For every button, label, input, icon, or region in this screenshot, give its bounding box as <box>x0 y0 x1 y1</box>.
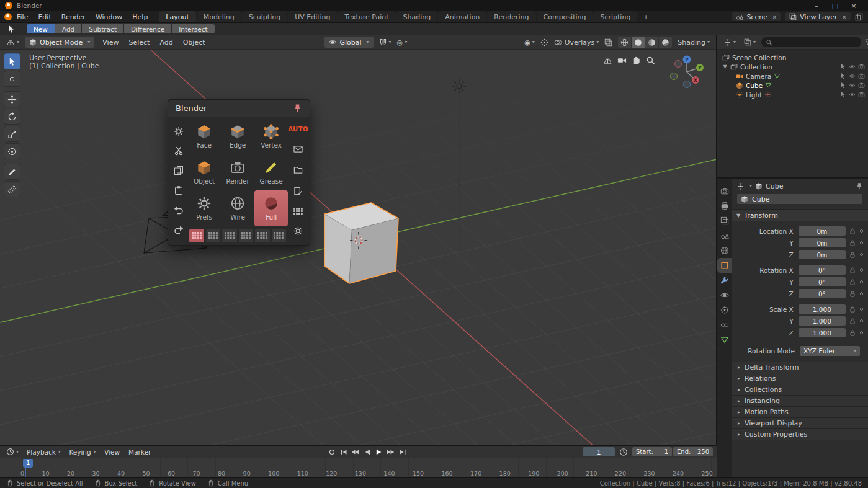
gear-icon[interactable] <box>174 126 184 136</box>
transform-value-field[interactable]: 1.000 <box>799 304 846 314</box>
popup-item-edge[interactable]: Edge <box>221 118 254 154</box>
animate-dot[interactable] <box>860 308 863 311</box>
maximize-button[interactable]: □ <box>826 2 844 10</box>
selectable-icon[interactable] <box>839 82 846 89</box>
selection-mode-button[interactable]: Intersect <box>172 24 214 33</box>
zoom-magnifier-icon[interactable] <box>646 56 655 65</box>
menubar-item[interactable]: Render <box>56 11 91 22</box>
tab-output[interactable] <box>717 198 732 213</box>
lock-icon[interactable] <box>849 239 856 247</box>
overlays-dropdown[interactable]: Overlays▾ <box>552 37 602 48</box>
transform-value-field[interactable]: 0° <box>799 277 846 286</box>
render-camera-icon[interactable] <box>858 91 865 98</box>
popup-item-render[interactable]: Render <box>221 154 254 190</box>
popup-item-full[interactable]: Full <box>254 190 288 226</box>
tab-object-data[interactable] <box>717 332 732 347</box>
camera-view-icon[interactable] <box>617 56 627 65</box>
animate-dot[interactable] <box>860 241 863 244</box>
viewport-canvas[interactable]: User Perspective (1) Collection | Cube Z… <box>0 50 716 445</box>
outliner-row-scene-collection[interactable]: Scene Collection <box>717 53 868 62</box>
tab-world[interactable] <box>717 243 732 258</box>
shading-rendered-button[interactable] <box>659 37 672 48</box>
selectable-icon[interactable] <box>839 73 846 79</box>
animate-dot[interactable] <box>860 319 863 322</box>
frame-end-field[interactable]: End:250 <box>673 447 713 456</box>
animate-dot[interactable] <box>860 292 863 295</box>
outliner-search-input[interactable] <box>775 38 857 46</box>
viewport-menu-item[interactable]: Add <box>154 38 177 47</box>
transform-value-field[interactable]: 0m <box>799 250 846 259</box>
tab-particles[interactable] <box>717 288 732 303</box>
animate-dot[interactable] <box>860 229 863 233</box>
menubar-item[interactable]: Edit <box>33 11 56 22</box>
lock-icon[interactable] <box>849 306 856 313</box>
snapping-toggle[interactable]: ▾ <box>377 37 394 48</box>
popup-item-prefs[interactable]: Prefs <box>187 190 221 226</box>
matrix-button[interactable] <box>222 229 237 242</box>
breadcrumb-object[interactable]: Cube <box>766 182 783 190</box>
record-button[interactable] <box>326 447 338 457</box>
select-box-tool[interactable] <box>4 53 20 69</box>
workspace-tab[interactable]: Texture Paint <box>338 11 396 22</box>
selection-mode-button[interactable]: Add <box>55 24 81 33</box>
popup-item-wire[interactable]: Wire <box>221 190 254 226</box>
expand-caret-icon[interactable]: ▼ <box>722 64 728 69</box>
workspace-tab[interactable]: Animation <box>438 11 486 22</box>
filter-funnel-icon[interactable] <box>864 38 868 47</box>
workspace-tab[interactable]: Sculpting <box>242 11 287 22</box>
lock-icon[interactable] <box>849 317 856 325</box>
pin-icon[interactable] <box>856 182 863 190</box>
panel-header[interactable]: ▸ Custom Properties <box>732 428 868 440</box>
lock-icon[interactable] <box>849 290 856 298</box>
transform-value-field[interactable]: 0m <box>799 226 846 236</box>
editor-type-button[interactable]: ▾ <box>4 448 21 456</box>
popup-item-object[interactable]: Object <box>187 154 221 190</box>
transform-panel-header[interactable]: ▼ Transform <box>732 209 868 221</box>
measure-tool[interactable] <box>4 181 20 197</box>
auto-label[interactable]: AUTO <box>288 126 308 133</box>
paste-icon[interactable] <box>174 185 184 195</box>
rotation-mode-dropdown[interactable]: XYZ Euler ▾ <box>800 346 860 356</box>
popup-header[interactable]: Blender <box>168 100 310 117</box>
popup-item-face[interactable]: Face <box>187 118 221 154</box>
lock-icon[interactable] <box>849 251 856 259</box>
transform-value-field[interactable]: 0m <box>799 238 846 247</box>
playhead[interactable]: 1 <box>23 459 33 477</box>
tab-object[interactable] <box>717 258 732 273</box>
gizmos-toggle[interactable] <box>538 37 551 48</box>
animate-dot[interactable] <box>860 331 863 334</box>
scale-tool[interactable] <box>4 126 20 142</box>
animate-dot[interactable] <box>860 280 863 283</box>
display-mode-button[interactable]: ▾ <box>741 38 758 46</box>
transform-value-field[interactable]: 0° <box>799 289 846 298</box>
search-field[interactable] <box>761 37 861 47</box>
next-keyframe-button[interactable] <box>385 447 396 457</box>
close-button[interactable]: × <box>844 2 863 10</box>
tab-scene[interactable] <box>717 228 732 243</box>
perspective-toggle-icon[interactable] <box>603 56 612 65</box>
popup-item-vertex[interactable]: Vertex <box>254 118 288 154</box>
eye-icon[interactable] <box>849 63 856 70</box>
unlink-scene-icon[interactable]: × <box>772 14 777 20</box>
timeline-menu-item[interactable]: Keying <box>65 448 100 456</box>
shading-material-button[interactable] <box>645 37 658 48</box>
navigation-gizmo[interactable]: Z Y X <box>664 51 710 93</box>
lock-icon[interactable] <box>849 228 856 235</box>
jump-to-end-button[interactable] <box>397 447 408 457</box>
selectable-icon[interactable] <box>839 91 846 98</box>
selection-mode-button[interactable]: Difference <box>124 24 171 33</box>
menubar-item[interactable]: File <box>12 11 33 22</box>
transform-orientation-dropdown[interactable]: Global▾ <box>324 37 373 48</box>
transform-value-field[interactable]: 1.000 <box>799 316 846 326</box>
lock-icon[interactable] <box>849 278 856 286</box>
grid-icon[interactable] <box>293 208 303 215</box>
xray-toggle[interactable] <box>602 37 615 48</box>
timeline-menu-item[interactable]: Playback <box>22 448 65 456</box>
eye-icon[interactable] <box>849 82 856 89</box>
new-view-layer-icon[interactable] <box>855 13 863 21</box>
animate-dot[interactable] <box>860 253 863 256</box>
tab-physics[interactable] <box>717 303 732 317</box>
transform-tool[interactable] <box>4 143 20 159</box>
add-workspace-button[interactable]: + <box>638 11 653 22</box>
folder-icon[interactable] <box>293 166 303 175</box>
